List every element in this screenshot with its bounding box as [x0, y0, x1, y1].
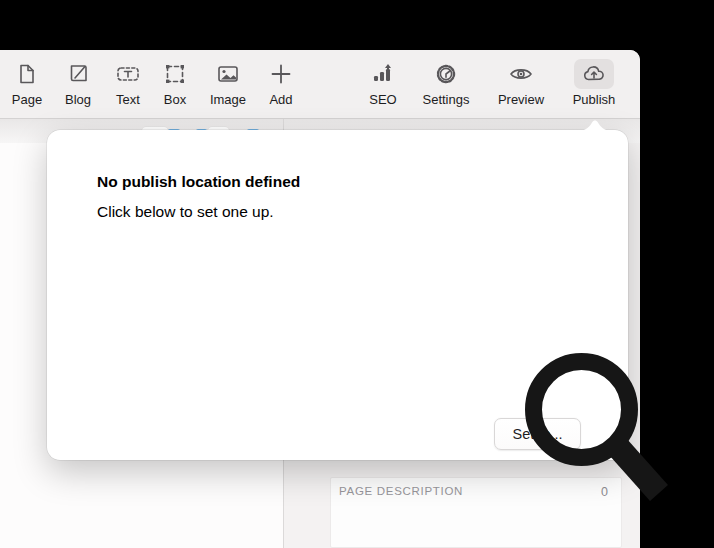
toolbar-label: Publish — [573, 92, 616, 107]
toolbar-label: Blog — [65, 92, 91, 107]
toolbar-label: Box — [164, 92, 186, 107]
popover-title: No publish location defined — [97, 173, 300, 191]
box-selection-icon — [155, 59, 195, 89]
preview-eye-icon — [501, 59, 541, 89]
publish-popover: No publish location defined Click below … — [47, 130, 628, 460]
screen: PAGE DESCRIPTION 0 Page Blog — [0, 0, 714, 548]
page-description-label: PAGE DESCRIPTION — [339, 485, 463, 497]
toolbar-label: Image — [210, 92, 246, 107]
publish-cloud-icon — [574, 59, 614, 89]
page-description-count: 0 — [601, 485, 608, 499]
toolbar-label: SEO — [369, 92, 396, 107]
toolbar-item-settings[interactable]: Settings — [414, 59, 478, 115]
blog-compose-icon — [58, 59, 98, 89]
toolbar-label: Page — [12, 92, 42, 107]
toolbar-label: Settings — [423, 92, 470, 107]
page-description-field[interactable]: PAGE DESCRIPTION 0 — [330, 477, 622, 548]
image-icon — [208, 59, 248, 89]
toolbar-label: Add — [269, 92, 292, 107]
toolbar-item-seo[interactable]: SEO — [351, 59, 415, 115]
text-block-icon — [108, 59, 148, 89]
toolbar: Page Blog Text Box — [0, 50, 640, 119]
toolbar-item-preview[interactable]: Preview — [489, 59, 553, 115]
settings-gear-icon — [426, 59, 466, 89]
toolbar-label: Text — [116, 92, 140, 107]
add-plus-icon — [261, 59, 301, 89]
page-icon — [7, 59, 47, 89]
toolbar-item-add[interactable]: Add — [249, 59, 313, 115]
popover-arrow — [575, 119, 615, 131]
toolbar-label: Preview — [498, 92, 544, 107]
toolbar-item-publish[interactable]: Publish — [562, 59, 626, 115]
setup-button[interactable]: Setup... — [494, 418, 581, 450]
popover-message: Click below to set one up. — [97, 203, 274, 221]
seo-stats-icon — [363, 59, 403, 89]
